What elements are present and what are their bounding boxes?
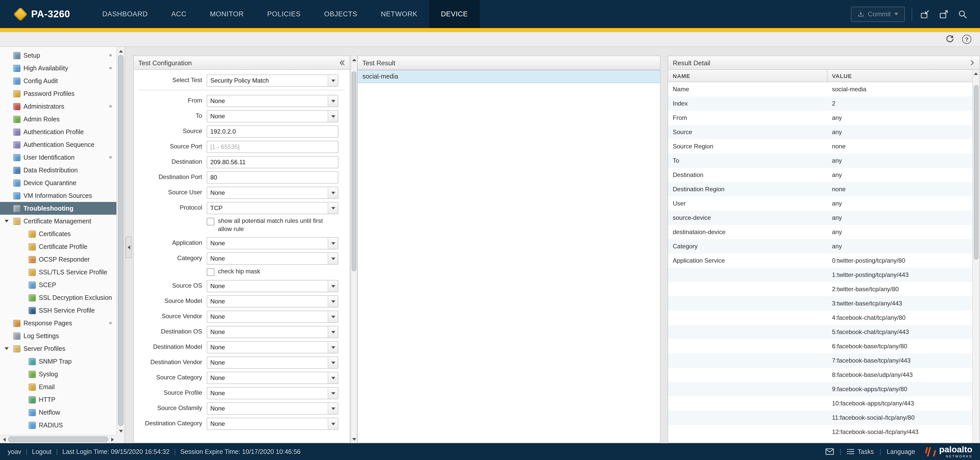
tasks-button[interactable]: Tasks	[847, 448, 874, 455]
application-select[interactable]: None	[207, 237, 339, 249]
chevron-down-icon[interactable]	[328, 311, 338, 322]
sidebar-item-certificate-management[interactable]: Certificate Management	[0, 215, 116, 227]
scroll-up-icon[interactable]	[117, 47, 125, 55]
check-hip-mask-checkbox[interactable]: check hip mask	[207, 268, 339, 276]
nav-tab-objects[interactable]: OBJECTS	[312, 0, 369, 28]
source-user-select[interactable]: None	[207, 187, 339, 199]
checkin-config-icon[interactable]	[919, 8, 931, 20]
expand-caret-icon[interactable]	[5, 220, 9, 222]
chevron-down-icon[interactable]	[328, 238, 338, 249]
scroll-up-icon[interactable]	[973, 70, 979, 77]
sidebar-item-email[interactable]: Email	[0, 381, 116, 393]
chevron-down-icon[interactable]	[328, 388, 338, 399]
nav-tab-monitor[interactable]: MONITOR	[198, 0, 256, 28]
sidebar-item-config-audit[interactable]: Config Audit	[0, 75, 116, 87]
scrollbar-thumb[interactable]	[8, 436, 108, 442]
scroll-left-icon[interactable]	[0, 436, 8, 443]
select-test-select[interactable]: Security Policy Match	[207, 75, 339, 87]
chevron-down-icon[interactable]	[328, 75, 338, 86]
destination-port-input[interactable]	[207, 171, 339, 184]
nav-tab-policies[interactable]: POLICIES	[256, 0, 312, 28]
destination-model-select[interactable]: None	[207, 341, 339, 354]
test-config-scrollbar[interactable]	[351, 56, 357, 443]
sidebar-item-snmp-trap[interactable]: SNMP Trap	[0, 355, 116, 368]
nav-tab-dashboard[interactable]: DASHBOARD	[91, 0, 159, 28]
sidebar-item-radius[interactable]: RADIUS	[0, 419, 116, 431]
sidebar-item-admin-roles[interactable]: Admin Roles	[0, 113, 116, 125]
destination-input[interactable]	[207, 156, 339, 168]
sidebar-item-syslog[interactable]: Syslog	[0, 368, 116, 381]
sidebar-item-ssh-service-profile[interactable]: SSH Service Profile	[0, 304, 116, 317]
chevron-down-icon[interactable]	[328, 111, 338, 122]
sidebar-item-password-profiles[interactable]: Password Profiles	[0, 87, 116, 100]
scroll-up-icon[interactable]	[351, 56, 357, 63]
scrollbar-thumb[interactable]	[974, 85, 978, 260]
checkbox-icon[interactable]	[207, 218, 215, 225]
destination-vendor-select[interactable]: None	[207, 357, 339, 369]
column-header-value[interactable]: VALUE	[827, 70, 972, 82]
sidebar-item-server-profiles[interactable]: Server Profiles	[0, 342, 116, 355]
source-vendor-select[interactable]: None	[207, 311, 339, 323]
sidebar-item-user-identification[interactable]: User Identification	[0, 151, 116, 164]
source-port-input[interactable]	[207, 141, 339, 153]
sidebar-item-vm-information-sources[interactable]: VM Information Sources	[0, 189, 116, 202]
mail-icon[interactable]	[825, 448, 834, 455]
sidebar-item-device-quarantine[interactable]: Device Quarantine	[0, 176, 116, 189]
sidebar-vertical-scrollbar[interactable]	[116, 47, 124, 435]
source-category-select[interactable]: None	[207, 372, 339, 384]
chevron-down-icon[interactable]	[328, 203, 338, 214]
sidebar-item-data-redistribution[interactable]: Data Redistribution	[0, 164, 116, 176]
test-result-row[interactable]: social-media	[358, 70, 660, 83]
refresh-icon[interactable]	[945, 34, 955, 44]
chevron-down-icon[interactable]	[328, 403, 338, 414]
from-select[interactable]: None	[207, 95, 339, 107]
source-input[interactable]	[207, 125, 339, 138]
help-icon[interactable]: ?	[962, 34, 972, 44]
scrollbar-thumb[interactable]	[118, 55, 124, 426]
language-button[interactable]: Language	[886, 448, 915, 455]
checkout-config-icon[interactable]	[938, 8, 950, 20]
nav-tab-acc[interactable]: ACC	[159, 0, 198, 28]
sidebar-item-scep[interactable]: SCEP	[0, 278, 116, 291]
sidebar-item-authentication-profile[interactable]: Authentication Profile	[0, 125, 116, 138]
to-select[interactable]: None	[207, 110, 339, 122]
destination-category-select[interactable]: None	[207, 418, 339, 430]
chevron-down-icon[interactable]	[328, 95, 338, 106]
sidebar-item-administrators[interactable]: Administrators	[0, 100, 116, 113]
collapse-double-left-icon[interactable]	[339, 60, 345, 66]
source-os-select[interactable]: None	[207, 280, 339, 292]
chevron-down-icon[interactable]	[328, 372, 338, 384]
sidebar-item-troubleshooting[interactable]: Troubleshooting	[0, 202, 116, 215]
sidebar-item-netflow[interactable]: Netflow	[0, 406, 116, 419]
sidebar-item-certificate-profile[interactable]: Certificate Profile	[0, 240, 116, 253]
chevron-right-icon[interactable]	[970, 60, 975, 66]
chevron-down-icon[interactable]	[328, 281, 338, 292]
chevron-down-icon[interactable]	[328, 327, 338, 338]
sidebar-item-log-settings[interactable]: Log Settings	[0, 330, 116, 342]
column-header-name[interactable]: NAME	[668, 70, 827, 82]
sidebar-item-response-pages[interactable]: Response Pages	[0, 317, 116, 330]
protocol-select[interactable]: TCP	[207, 202, 339, 214]
sidebar-item-ssl-decryption-exclusion[interactable]: SSL Decryption Exclusion	[0, 291, 116, 304]
scroll-down-icon[interactable]	[117, 427, 125, 435]
expand-caret-icon[interactable]	[5, 347, 9, 350]
scroll-right-icon[interactable]	[108, 436, 116, 443]
global-find-icon[interactable]	[956, 8, 969, 20]
sidebar-horizontal-scrollbar[interactable]	[0, 435, 116, 443]
destination-os-select[interactable]: None	[207, 326, 339, 338]
sidebar-item-high-availability[interactable]: High Availability	[0, 62, 116, 75]
chevron-down-icon[interactable]	[328, 253, 338, 264]
show-all-rules-checkbox[interactable]: show all potential match rules until fir…	[207, 217, 339, 233]
chevron-down-icon[interactable]	[328, 342, 338, 353]
chevron-down-icon[interactable]	[328, 418, 338, 430]
chevron-down-icon[interactable]	[328, 357, 338, 368]
chevron-down-icon[interactable]	[328, 187, 338, 198]
sidebar-item-http[interactable]: HTTP	[0, 393, 116, 406]
sidebar-collapse-handle[interactable]	[126, 236, 132, 258]
sidebar-item-setup[interactable]: Setup	[0, 49, 116, 62]
sidebar-item-ssl-tls-service-profile[interactable]: SSL/TLS Service Profile	[0, 266, 116, 278]
result-detail-scrollbar[interactable]	[972, 70, 980, 443]
sidebar-item-certificates[interactable]: Certificates	[0, 227, 116, 240]
sidebar-item-ocsp-responder[interactable]: OCSP Responder	[0, 253, 116, 266]
sidebar-item-authentication-sequence[interactable]: Authentication Sequence	[0, 138, 116, 151]
